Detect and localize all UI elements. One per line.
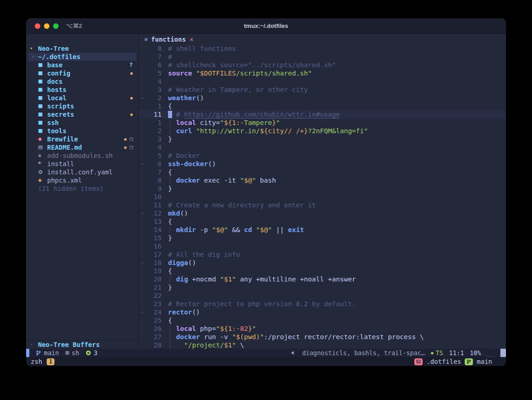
tab-functions[interactable]: functions	[151, 36, 186, 43]
line-number: 28	[146, 341, 162, 349]
fold-chevron-icon[interactable]: ▾	[139, 94, 146, 102]
chevron-right-icon: ›	[30, 341, 38, 349]
tree-item-install[interactable]: *install	[26, 160, 138, 168]
code-line[interactable]: 7#	[139, 53, 506, 61]
line-number: 8	[146, 176, 162, 184]
ruby-icon: ◆	[38, 135, 47, 143]
buffers-title: Neo-Tree Buffers	[38, 341, 100, 349]
code-line[interactable]: ▾12mkd()	[139, 209, 506, 217]
tree-item-ssh[interactable]: ■ssh	[26, 119, 138, 127]
tree-item-add-submodules-sh[interactable]: ▪add-submodules.sh	[26, 151, 138, 160]
line-number: 3	[146, 135, 162, 143]
code-line[interactable]: 21}	[139, 283, 506, 292]
neo-tree-buffers-section[interactable]: › Neo-Tree Buffers	[26, 340, 138, 349]
code-line[interactable]: 8│ docker exec -it "$@" bash	[139, 176, 506, 184]
tree-item-readme-md[interactable]: ▤README.md●□	[26, 143, 138, 151]
fold-column	[139, 119, 146, 127]
fold-column	[139, 300, 146, 308]
code-line[interactable]: 26│ local php="${1:-82}"	[139, 324, 506, 333]
code-line[interactable]: 5# Docker	[139, 151, 506, 160]
tree-item-tools[interactable]: ■tools	[26, 127, 138, 135]
tree-item-local[interactable]: ■local●	[26, 94, 138, 102]
close-window-button[interactable]	[35, 23, 40, 29]
code-text: {	[162, 102, 172, 110]
tree-item-secrets[interactable]: ■secrets●	[26, 110, 138, 119]
tmux-window-item[interactable]: zsh 1	[31, 358, 54, 365]
code-line[interactable]: 25{	[139, 316, 506, 324]
tree-item-config[interactable]: ■config●	[26, 69, 138, 77]
code-text: # All the dig info	[162, 250, 240, 259]
fold-chevron-icon[interactable]: ▾	[139, 160, 146, 168]
code-line[interactable]: 20│ dig +nocmd "$1" any +multiline +noal…	[139, 275, 506, 283]
tree-item-label: config	[47, 69, 130, 77]
code-line[interactable]: 1│ local city="${1:-Tampere}"	[139, 119, 506, 127]
fold-column	[139, 226, 146, 234]
code-line[interactable]: 2│ curl "http://wttr.in/${city// /+}?2nF…	[139, 127, 506, 135]
scroll-percent: 10%	[470, 349, 481, 357]
traffic-lights	[26, 23, 59, 29]
code-lines[interactable]: 8# shell functions7#6# shellcheck source…	[139, 44, 506, 349]
folder-icon: ■	[38, 94, 47, 102]
code-line[interactable]: 27│ docker run -v "$(pwd)":/project rect…	[139, 333, 506, 341]
fold-chevron-icon[interactable]: ▾	[139, 308, 146, 316]
code-line[interactable]: 5source "$DOTFILES/scripts/shared.sh"	[139, 69, 506, 77]
filetype-icon	[65, 351, 69, 355]
tree-item-docs[interactable]: ■docs	[26, 77, 138, 86]
zoom-window-button[interactable]	[53, 23, 59, 29]
tree-item-hosts[interactable]: ■hosts	[26, 86, 138, 94]
line-number: 20	[146, 275, 162, 283]
code-line[interactable]: ▾18digga()	[139, 259, 506, 267]
git-status-badges: ●□	[124, 135, 133, 143]
code-text: # Docker	[162, 151, 200, 160]
code-line[interactable]: 11# Create a new directory and enter it	[139, 201, 506, 209]
added-count-label: 3	[94, 349, 98, 357]
code-line[interactable]: 23# Rector project to php version 8.2 by…	[139, 300, 506, 308]
code-line[interactable]: 9}	[139, 184, 506, 193]
code-line[interactable]: 4	[139, 143, 506, 151]
git-modified-badge: ●	[130, 94, 133, 102]
code-line[interactable]: 10	[139, 193, 506, 201]
minimize-window-button[interactable]	[44, 23, 49, 29]
line-number: 11	[146, 201, 162, 209]
code-line[interactable]: ▾2weather()	[139, 94, 506, 102]
code-line[interactable]: 16	[139, 242, 506, 250]
git-status-badges: ●□	[124, 143, 133, 151]
tree-item-base[interactable]: ■base?	[26, 61, 138, 69]
code-line-current[interactable]: 11 # https://github.com/chubin/wttr.in#u…	[139, 110, 506, 119]
chevron-down-icon: ▾	[30, 44, 38, 53]
tree-item-scripts[interactable]: ■scripts	[26, 102, 138, 110]
tree-item-phpcs-xml[interactable]: ◈phpcs.xml	[26, 176, 138, 184]
close-icon[interactable]: ×	[190, 36, 193, 43]
tree-item-label: README.md	[47, 143, 124, 151]
fold-column	[139, 151, 146, 160]
code-line[interactable]: 14│ mkdir -p "$@" && cd "$@" || exit	[139, 226, 506, 234]
code-line[interactable]: 3# Weather in Tampere, or other city	[139, 86, 506, 94]
code-line[interactable]: 22	[139, 292, 506, 300]
code-line[interactable]: 4	[139, 77, 506, 86]
tree-item-brewfile[interactable]: ◆Brewfile●□	[26, 135, 138, 143]
code-line[interactable]: 1{	[139, 102, 506, 110]
fold-chevron-icon[interactable]: ▾	[139, 259, 146, 267]
code-line[interactable]: ▾6ssh-docker()	[139, 160, 506, 168]
line-number: 8	[146, 44, 162, 53]
tmux-window-index-badge: 1	[47, 358, 54, 365]
tree-item-install-conf-yaml[interactable]: ⚙install.conf.yaml	[26, 168, 138, 176]
code-line[interactable]: ▾24rector()	[139, 308, 506, 316]
code-line[interactable]: 13{	[139, 217, 506, 226]
code-line[interactable]: 28│ "/project/$1" \	[139, 341, 506, 349]
titlebar[interactable]: ⌥⌘2 tmux:~/.dotfiles	[26, 18, 506, 34]
code-line[interactable]: 17# All the dig info	[139, 250, 506, 259]
line-number: 1	[146, 102, 162, 110]
tree-item-label: scripts	[47, 102, 133, 110]
code-line[interactable]: 19{	[139, 267, 506, 275]
code-line[interactable]: 6# shellcheck source="../scripts/shared.…	[139, 61, 506, 69]
code-line[interactable]: 15}	[139, 234, 506, 242]
window-title: tmux:~/.dotfiles	[26, 22, 506, 29]
tree-item-label: Brewfile	[47, 135, 124, 143]
fold-chevron-icon[interactable]: ▾	[139, 209, 146, 217]
tree-root-dotfiles[interactable]: ▾ ~/.dotfiles	[28, 53, 136, 61]
line-number: 12	[146, 209, 162, 217]
code-line[interactable]: 8# shell functions	[139, 44, 506, 53]
code-line[interactable]: 3}	[139, 135, 506, 143]
code-line[interactable]: 7{	[139, 168, 506, 176]
